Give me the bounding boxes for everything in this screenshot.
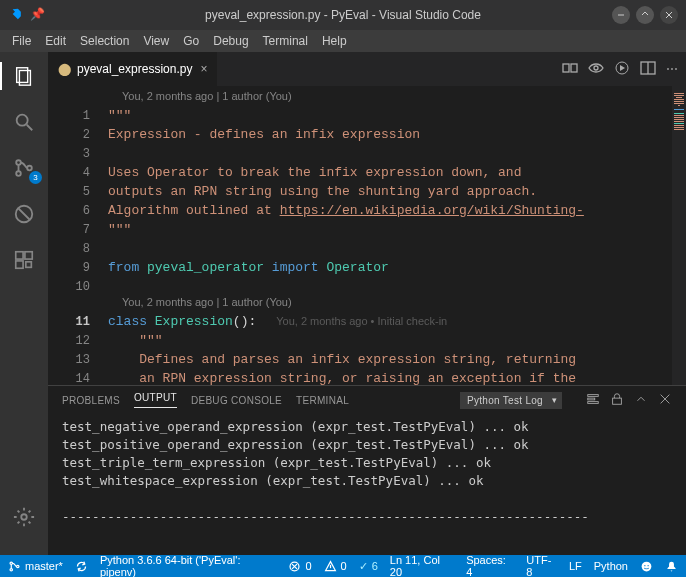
minimap[interactable] bbox=[672, 86, 686, 385]
svg-rect-24 bbox=[588, 398, 595, 400]
close-button[interactable] bbox=[660, 6, 678, 24]
svg-point-38 bbox=[647, 565, 648, 566]
run-icon[interactable] bbox=[614, 60, 630, 79]
menu-debug[interactable]: Debug bbox=[207, 32, 254, 50]
tab-terminal[interactable]: TERMINAL bbox=[296, 395, 349, 406]
more-icon[interactable]: ⋯ bbox=[666, 62, 678, 76]
svg-point-16 bbox=[21, 514, 27, 520]
svg-rect-13 bbox=[25, 252, 32, 259]
tests-status[interactable]: ✓ 6 bbox=[359, 560, 378, 573]
svg-point-7 bbox=[16, 160, 21, 165]
eol-status[interactable]: LF bbox=[569, 560, 582, 572]
svg-point-37 bbox=[644, 565, 645, 566]
menu-selection[interactable]: Selection bbox=[74, 32, 135, 50]
menu-edit[interactable]: Edit bbox=[39, 32, 72, 50]
svg-point-9 bbox=[27, 166, 32, 171]
open-changes-icon[interactable] bbox=[562, 60, 578, 79]
svg-point-19 bbox=[594, 66, 598, 70]
svg-rect-26 bbox=[613, 398, 622, 404]
feedback-icon[interactable] bbox=[640, 560, 653, 573]
svg-rect-17 bbox=[563, 64, 569, 72]
maximize-panel-icon[interactable] bbox=[634, 392, 648, 408]
maximize-button[interactable] bbox=[636, 6, 654, 24]
explorer-icon[interactable] bbox=[10, 62, 38, 90]
svg-point-30 bbox=[10, 568, 12, 570]
sync-status[interactable] bbox=[75, 560, 88, 573]
menu-go[interactable]: Go bbox=[177, 32, 205, 50]
indentation-status[interactable]: Spaces: 4 bbox=[466, 554, 514, 577]
warnings-status[interactable]: 0 bbox=[324, 560, 347, 573]
svg-rect-15 bbox=[26, 262, 32, 268]
menu-file[interactable]: File bbox=[6, 32, 37, 50]
svg-rect-18 bbox=[571, 64, 577, 72]
close-panel-icon[interactable] bbox=[658, 392, 672, 408]
menu-view[interactable]: View bbox=[137, 32, 175, 50]
svg-point-5 bbox=[17, 115, 28, 126]
output-body[interactable]: test_negative_operand_expression (expr_t… bbox=[48, 414, 686, 555]
python-status[interactable]: Python 3.6.6 64-bit ('PyEval': pipenv) bbox=[100, 554, 277, 577]
tab-active[interactable]: ⬤ pyeval_expression.py × bbox=[48, 52, 218, 86]
editor[interactable]: You, 2 months ago | 1 author (You) 1""" … bbox=[48, 86, 686, 385]
preview-icon[interactable] bbox=[588, 60, 604, 79]
bell-icon[interactable] bbox=[665, 560, 678, 573]
scm-badge: 3 bbox=[29, 171, 42, 184]
tabbar: ⬤ pyeval_expression.py × ⋯ bbox=[48, 52, 686, 86]
branch-status[interactable]: master* bbox=[8, 560, 63, 573]
window-title: pyeval_expression.py - PyEval - Visual S… bbox=[0, 8, 686, 22]
svg-rect-12 bbox=[16, 252, 23, 259]
svg-point-31 bbox=[17, 565, 19, 567]
search-icon[interactable] bbox=[10, 108, 38, 136]
svg-line-11 bbox=[19, 209, 30, 220]
lock-icon[interactable] bbox=[610, 392, 624, 408]
tab-output[interactable]: OUTPUT bbox=[134, 392, 177, 408]
svg-rect-25 bbox=[588, 402, 599, 404]
tab-label: pyeval_expression.py bbox=[77, 62, 192, 76]
errors-status[interactable]: 0 bbox=[288, 560, 311, 573]
titlebar: 📌 pyeval_expression.py - PyEval - Visual… bbox=[0, 0, 686, 30]
scm-icon[interactable]: 3 bbox=[10, 154, 38, 182]
output-channel-dropdown[interactable]: Python Test Log bbox=[460, 392, 562, 409]
activitybar: 3 bbox=[0, 52, 48, 555]
language-status[interactable]: Python bbox=[594, 560, 628, 572]
minimize-button[interactable] bbox=[612, 6, 630, 24]
cursor-position[interactable]: Ln 11, Col 20 bbox=[390, 554, 454, 577]
split-editor-icon[interactable] bbox=[640, 60, 656, 79]
menubar: File Edit Selection View Go Debug Termin… bbox=[0, 30, 686, 52]
panel: PROBLEMS OUTPUT DEBUG CONSOLE TERMINAL P… bbox=[48, 385, 686, 555]
menu-terminal[interactable]: Terminal bbox=[257, 32, 314, 50]
tab-problems[interactable]: PROBLEMS bbox=[62, 395, 120, 406]
svg-point-8 bbox=[16, 171, 21, 176]
python-file-icon: ⬤ bbox=[58, 62, 71, 76]
svg-line-6 bbox=[27, 125, 33, 131]
app-icon bbox=[8, 7, 22, 24]
svg-rect-14 bbox=[16, 261, 23, 268]
encoding-status[interactable]: UTF-8 bbox=[526, 554, 557, 577]
tab-close-icon[interactable]: × bbox=[200, 62, 207, 76]
svg-point-36 bbox=[642, 561, 652, 571]
clear-icon[interactable] bbox=[586, 392, 600, 408]
codelens-class[interactable]: You, 2 months ago | 1 author (You) bbox=[122, 296, 292, 308]
extensions-icon[interactable] bbox=[10, 246, 38, 274]
codelens[interactable]: You, 2 months ago | 1 author (You) bbox=[122, 90, 292, 102]
statusbar: master* Python 3.6.6 64-bit ('PyEval': p… bbox=[0, 555, 686, 577]
tab-debug-console[interactable]: DEBUG CONSOLE bbox=[191, 395, 282, 406]
menu-help[interactable]: Help bbox=[316, 32, 353, 50]
debug-icon[interactable] bbox=[10, 200, 38, 228]
pin-icon[interactable]: 📌 bbox=[30, 7, 45, 24]
inline-blame: You, 2 months ago • Initial check-in bbox=[276, 315, 447, 327]
settings-icon[interactable] bbox=[10, 503, 38, 531]
svg-rect-23 bbox=[588, 395, 599, 397]
